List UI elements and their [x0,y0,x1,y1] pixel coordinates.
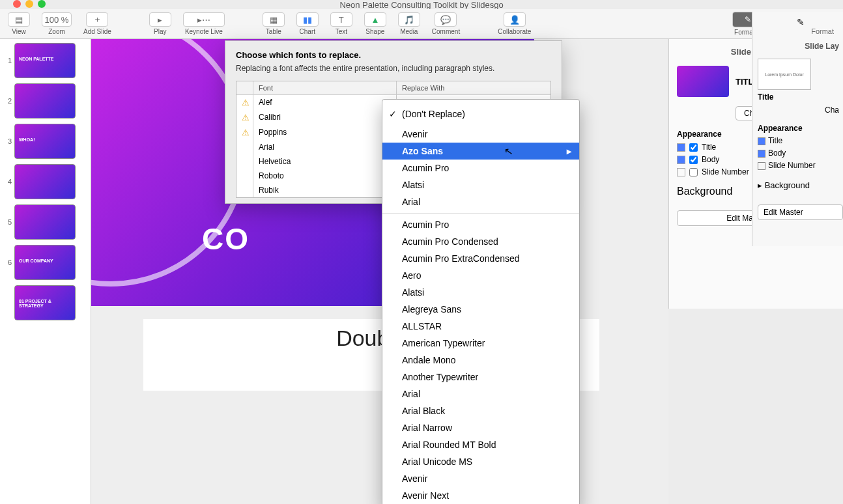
format-label: Format [758,27,843,35]
font-option[interactable]: Andale Mono [382,352,579,369]
font-option[interactable]: Alatsi [382,284,579,301]
col-replace: Replace With [397,81,550,94]
add-slide-button[interactable]: ＋Add Slide [83,12,111,35]
view-button[interactable]: ▤View [8,12,30,35]
body-checkbox-2[interactable]: Body [758,148,843,158]
background-disclosure[interactable]: ▸ Background [758,180,843,190]
slide-thumb-6[interactable]: 6OUR COMPANY [0,245,91,280]
font-option[interactable]: Arial Unicode MS [382,453,579,470]
font-option[interactable]: Arial [382,385,579,402]
chart-button[interactable]: ▮▮Chart [296,12,319,35]
slide-thumb-7[interactable]: 01 PROJECT & STRATEGY [0,285,91,320]
font-replace-dropdown[interactable]: (Don't Replace)AvenirAzo SansAcumin ProA… [382,99,580,504]
text-button[interactable]: TText [330,12,352,35]
play-button[interactable]: ▸Play [149,12,171,35]
slide-thumb-4[interactable]: 4 [0,164,91,199]
master-thumbnail[interactable] [677,66,729,97]
font-option[interactable]: Arial Black [382,402,579,419]
table-button[interactable]: ▦Table [263,12,285,35]
font-option[interactable]: Avenir [382,126,579,143]
appearance-heading-2: Appearance [758,124,843,133]
font-option[interactable]: Arial Rounded MT Bold [382,436,579,453]
col-font: Font [253,81,397,94]
font-option[interactable]: (Don't Replace) [382,105,579,122]
font-option[interactable]: Another Typewriter [382,369,579,385]
background-label: Background [677,186,732,197]
font-option[interactable]: Aero [382,267,579,284]
font-option[interactable]: Acumin Pro [382,216,579,233]
title-checkbox-2[interactable]: Title [758,136,843,145]
media-button[interactable]: 🎵Media [398,12,420,35]
font-option[interactable]: Alatsi [382,176,579,193]
slide-navigator[interactable]: 1NEON PALETTE23WHOA!456OUR COMPANY01 PRO… [0,39,91,504]
font-option[interactable]: Arial Narrow [382,419,579,436]
slide-layout-tab[interactable]: Slide Lay [758,42,843,51]
font-option[interactable]: Acumin Pro Condensed [382,233,579,250]
font-option[interactable]: Alegreya Sans [382,301,579,318]
edit-master-button-2[interactable]: Edit Master [758,204,843,220]
font-option[interactable]: Azo Sans [382,143,579,160]
comment-button[interactable]: 💬Comment [432,12,460,35]
keynote-live-button[interactable]: ▸⋯Keynote Live [183,12,225,35]
toolbar: ▤View 100 %Zoom ＋Add Slide ▸Play ▸⋯Keyno… [0,9,843,39]
slide-thumb-2[interactable]: 2 [0,83,91,119]
font-option[interactable]: Acumin Pro [382,160,579,176]
dialog-subtext: Replacing a font affects the entire pres… [236,64,551,73]
change-button-2[interactable]: Cha [758,105,843,115]
font-option[interactable]: ALLSTAR [382,318,579,335]
font-option[interactable]: Avenir [382,470,579,487]
inspector-secondary: ✎ Format Slide Lay Lorem Ipsum Dolor Tit… [752,12,843,246]
shape-button[interactable]: ▲Shape [364,12,386,35]
slide-thumb-5[interactable]: 5 [0,204,91,240]
slide-text: CO [202,221,250,257]
slide-thumb-1[interactable]: 1NEON PALETTE [0,43,91,78]
font-option[interactable]: Avenir Next [382,487,579,504]
font-option[interactable]: Arial [382,193,579,210]
slide-number-checkbox-2[interactable]: Slide Number [758,161,843,170]
slide-thumb-3[interactable]: 3WHOA! [0,124,91,159]
collaborate-button[interactable]: 👤Collaborate [498,12,531,35]
font-option[interactable]: American Typewriter [382,335,579,352]
document-title: Neon Palette Consulting Toolkit by Slide… [0,0,843,10]
font-option[interactable]: Acumin Pro ExtraCondensed [382,250,579,267]
mini-master-thumb[interactable]: Lorem Ipsum Dolor [758,59,811,90]
zoom-button[interactable]: 100 %Zoom [42,12,72,35]
dialog-heading: Choose which fonts to replace. [236,50,551,60]
